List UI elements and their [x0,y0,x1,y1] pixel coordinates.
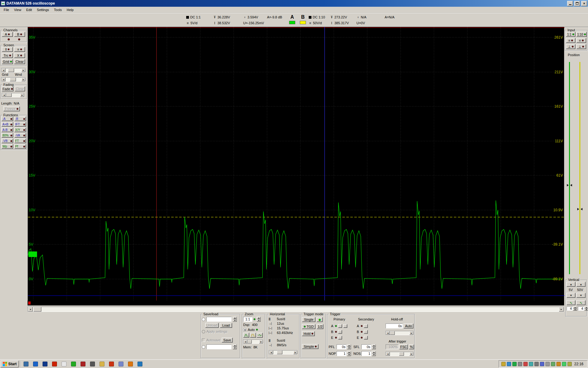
function-80%-button[interactable]: 80% [2,133,13,138]
close-button[interactable]: × [581,1,587,6]
channel-a-enable-button[interactable]: A [2,32,13,37]
menu-help[interactable]: Help [64,7,76,12]
quicklaunch-folder-icon[interactable] [98,360,106,368]
nop-spinner[interactable] [347,351,351,356]
tray-antivirus-icon[interactable] [556,362,561,366]
function-wp-button[interactable]: Wp [2,144,13,149]
function--vb-button[interactable]: -VB [2,139,13,143]
nos-input[interactable] [361,351,371,356]
channel-b-enable-button[interactable]: B [14,32,25,37]
position-marker-a[interactable] [567,184,572,187]
zoom-out-button[interactable] [257,333,263,338]
tgd-button[interactable]: TGD [302,324,315,329]
quicklaunch-tool-icon[interactable] [117,360,125,368]
simple-button[interactable]: Simple [302,344,318,349]
freeze-button[interactable]: Freeze [3,106,20,111]
tray-power-icon[interactable] [567,362,572,366]
run-diamond-button[interactable]: ◆ [317,317,323,322]
wnd-scroll-left-button[interactable]: ◄ [2,78,6,81]
x-button[interactable]: X [14,53,25,58]
function--b-button[interactable]: -B [14,117,26,121]
horizontal-scroll-thumb[interactable] [277,351,282,354]
holdoff-input[interactable] [386,324,403,328]
function--a-button[interactable]: -A [2,117,13,121]
menu-settings[interactable]: Settings [34,7,51,12]
restore-button[interactable] [574,1,580,6]
zoom-fit-button[interactable] [243,333,249,338]
input-1to10-button[interactable]: 1:10 [576,32,587,37]
nop-input[interactable] [337,351,346,356]
secondary-source-a-option-button[interactable] [364,324,368,328]
menu-tools[interactable]: Tools [51,7,64,12]
half-button[interactable]: 1/2 [317,324,323,329]
vertical-spin-b[interactable] [584,306,588,311]
scope-scroll-thumb[interactable] [33,307,41,312]
saveload-file1-spinner[interactable] [233,317,237,322]
tray-usb-icon[interactable] [545,362,550,366]
quicklaunch-media-icon[interactable] [51,360,58,368]
grid-scroll-left-button[interactable]: ◄ [2,68,6,72]
grid-scrollbar[interactable]: ◄ ► [1,68,26,72]
tray-messenger-icon[interactable] [562,362,566,366]
saveload-file2-input[interactable] [206,344,232,349]
vertical-spin-a[interactable] [573,306,577,311]
fading-scroll-thumb[interactable] [6,93,12,97]
tray-battery-icon[interactable] [501,362,506,366]
holdoff-scroll-left-button[interactable]: ◄ [386,331,390,335]
zoom-scroll-thumb[interactable] [247,340,252,343]
hold-button[interactable]: Hold [302,331,315,336]
pause-button[interactable]: ‖ [2,47,13,52]
zoom-auto-radio[interactable] [243,328,247,332]
pfl-spinner[interactable] [347,344,351,349]
autosave-checkbox[interactable] [202,339,205,342]
tray-volume-icon[interactable] [534,362,539,366]
after-trigger-scrollbar[interactable]: ◄ ► [386,352,414,356]
holdoff-scrollbar[interactable]: ◄ ► [386,331,414,335]
function-a-b-button[interactable]: A-B [2,128,13,132]
wnd-scroll-right-button[interactable]: ► [21,78,25,81]
grid-scroll-thumb[interactable] [8,68,14,72]
trace-button[interactable]: Trc [2,53,13,58]
tray-shield-icon[interactable] [512,362,517,366]
apply-settings-radio[interactable] [202,330,205,333]
grid-button[interactable]: Grid [2,59,13,64]
vertical-down-a-button[interactable]: ▼ [567,293,575,298]
function--va-button[interactable]: -VA [14,133,26,138]
quicklaunch-phone-icon[interactable] [126,360,134,368]
zoom-spinner[interactable] [257,317,261,322]
function-pf-button[interactable]: Pf [14,144,26,149]
quicklaunch-grid-icon[interactable] [89,360,96,368]
quicklaunch-terminal-icon[interactable] [41,360,49,368]
primary-source-b-option-button[interactable] [338,330,342,334]
quicklaunch-desktop-icon[interactable] [22,360,30,368]
pfl-input[interactable] [337,344,346,349]
fading-scrollbar[interactable]: ◄ ► [2,93,24,97]
function-ift-button[interactable]: IFT [14,122,26,127]
tray-clocksync-icon[interactable] [551,362,555,366]
waveform-b-button[interactable]: ∿ [576,300,586,305]
scope-scrollbar[interactable]: ◄ ► [28,307,564,312]
after-scroll-right-button[interactable]: ► [409,352,413,356]
tray-chat-icon[interactable] [523,362,528,366]
zoom-scroll-left-button[interactable]: ◄ [243,340,247,343]
sfl-spinner[interactable] [372,344,376,349]
saveload-file2-spinner[interactable] [233,344,237,349]
position-track-a[interactable] [569,62,570,274]
menu-view[interactable]: View [12,7,24,12]
fade-button[interactable]: Fade [2,86,13,91]
wnd-scrollbar[interactable]: ◄ ► [1,77,26,82]
coupling-a-button[interactable]: ≡ [566,38,575,43]
minimize-button[interactable] [567,1,573,6]
secondary-source-b-option-button[interactable] [364,330,368,334]
channel-a-position-marker[interactable] [28,251,37,257]
zoom-scrollbar[interactable]: ◄ ► [243,339,263,344]
scope-scroll-left-button[interactable]: ◄ [28,307,33,312]
sfl-input[interactable] [361,344,371,349]
fading-clear-button[interactable]: Clear [15,86,25,91]
saveload-file1-input[interactable] [206,317,232,322]
function-a+b-button[interactable]: A+B [2,122,13,127]
load-button[interactable]: Load [220,323,232,328]
fading-scroll-left-button[interactable]: ◄ [2,93,6,97]
primary-source-a-option-button[interactable] [343,324,347,328]
secondary-source-e-option-button[interactable] [364,336,368,339]
